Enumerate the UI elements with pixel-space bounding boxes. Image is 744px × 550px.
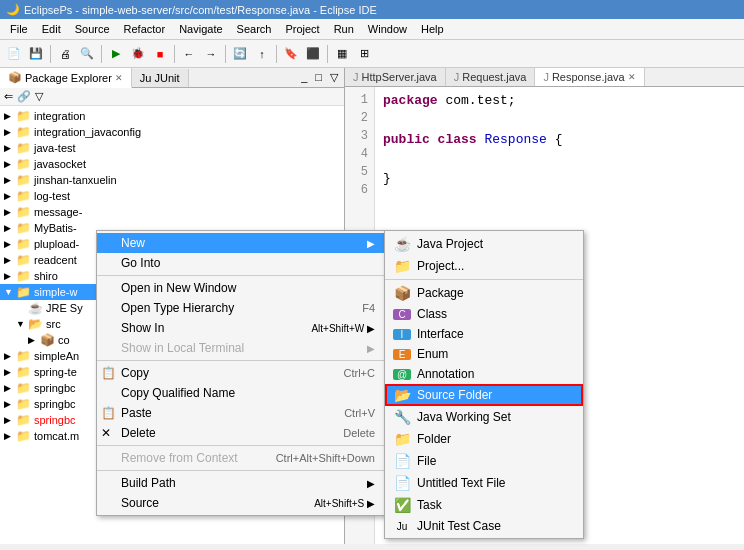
icon-shiro: 📁 bbox=[16, 269, 31, 283]
sub-package[interactable]: 📦 Package bbox=[385, 282, 583, 304]
menu-navigate[interactable]: Navigate bbox=[173, 21, 228, 37]
sub-source-folder[interactable]: 📂 Source Folder bbox=[385, 384, 583, 406]
back-btn[interactable]: ← bbox=[179, 44, 199, 64]
sub-task[interactable]: ✅ Task bbox=[385, 494, 583, 516]
new-btn[interactable]: 📄 bbox=[4, 44, 24, 64]
ctx-remove-context[interactable]: Remove from Context Ctrl+Alt+Shift+Down bbox=[97, 448, 385, 468]
ctx-paste[interactable]: 📋 Paste Ctrl+V bbox=[97, 403, 385, 423]
debug-btn[interactable]: 🐞 bbox=[128, 44, 148, 64]
icon-san: 📁 bbox=[16, 349, 31, 363]
tree-log-test[interactable]: ▶ 📁 log-test bbox=[0, 188, 344, 204]
code-line-1: package com.test; bbox=[383, 91, 562, 111]
sub-enum[interactable]: E Enum bbox=[385, 344, 583, 364]
link-editor-btn[interactable]: 🔗 bbox=[17, 90, 31, 103]
menu-run[interactable]: Run bbox=[328, 21, 360, 37]
sub-java-working-set[interactable]: 🔧 Java Working Set bbox=[385, 406, 583, 428]
ctx-copy[interactable]: 📋 Copy Ctrl+C bbox=[97, 363, 385, 383]
tab-response[interactable]: J Response.java ✕ bbox=[535, 68, 644, 86]
line-num-2: 2 bbox=[351, 109, 368, 127]
tab-package-explorer[interactable]: 📦 Package Explorer ✕ bbox=[0, 68, 132, 88]
menu-refactor[interactable]: Refactor bbox=[118, 21, 172, 37]
label-lt: log-test bbox=[34, 190, 70, 202]
collapse-all-btn[interactable]: ⇐ bbox=[4, 90, 13, 103]
sub-file[interactable]: 📄 File bbox=[385, 450, 583, 472]
tree-jinshan[interactable]: ▶ 📁 jinshan-tanxuelin bbox=[0, 172, 344, 188]
icon-sb2: 📁 bbox=[16, 397, 31, 411]
tab-httpserver[interactable]: J HttpServer.java bbox=[345, 68, 446, 86]
print-btn[interactable]: 🖨 bbox=[55, 44, 75, 64]
toolbar-sep-6 bbox=[327, 45, 328, 63]
search-btn[interactable]: 🔍 bbox=[77, 44, 97, 64]
tree-integration[interactable]: ▶ 📁 integration bbox=[0, 108, 344, 124]
view-menu-left[interactable]: ▽ bbox=[327, 70, 341, 85]
run-btn[interactable]: ▶ bbox=[106, 44, 126, 64]
sub-folder[interactable]: 📁 Folder bbox=[385, 428, 583, 450]
maximize-left[interactable]: □ bbox=[312, 70, 325, 85]
sub-class[interactable]: C Class bbox=[385, 304, 583, 324]
code-line-4 bbox=[383, 150, 562, 170]
menu-source[interactable]: Source bbox=[69, 21, 116, 37]
ctx-open-type-hierarchy[interactable]: Open Type Hierarchy F4 bbox=[97, 298, 385, 318]
ctx-show-local-terminal[interactable]: Show in Local Terminal ▶ bbox=[97, 338, 385, 358]
ctx-new[interactable]: New ▶ bbox=[97, 233, 385, 253]
tab-request[interactable]: J Request.java bbox=[446, 68, 536, 86]
ctx-show-in[interactable]: Show In Alt+Shift+W ▶ bbox=[97, 318, 385, 338]
menu-search[interactable]: Search bbox=[231, 21, 278, 37]
sub-java-project[interactable]: ☕ Java Project bbox=[385, 233, 583, 255]
close-package-explorer[interactable]: ✕ bbox=[115, 73, 123, 83]
up-btn[interactable]: ↑ bbox=[252, 44, 272, 64]
menu-edit[interactable]: Edit bbox=[36, 21, 67, 37]
arrow-plu: ▶ bbox=[4, 239, 16, 249]
sub-annotation-label: Annotation bbox=[417, 367, 474, 381]
layout-btn[interactable]: ▦ bbox=[332, 44, 352, 64]
title-text: EclipsePs - simple-web-server/src/com/te… bbox=[24, 4, 377, 16]
sub-untitled-text[interactable]: 📄 Untitled Text File bbox=[385, 472, 583, 494]
menu-help[interactable]: Help bbox=[415, 21, 450, 37]
tree-message[interactable]: ▶ 📁 message- bbox=[0, 204, 344, 220]
perspective-btn[interactable]: ⊞ bbox=[354, 44, 374, 64]
icon-plu: 📁 bbox=[16, 237, 31, 251]
ctx-source[interactable]: Source Alt+Shift+S ▶ bbox=[97, 493, 385, 513]
ctx-sep-1 bbox=[97, 275, 385, 276]
forward-btn[interactable]: → bbox=[201, 44, 221, 64]
ctx-build-path[interactable]: Build Path ▶ bbox=[97, 473, 385, 493]
tree-integration-javaconfig[interactable]: ▶ 📁 integration_javaconfig bbox=[0, 124, 344, 140]
line-num-6: 6 bbox=[351, 181, 368, 199]
sub-interface[interactable]: I Interface bbox=[385, 324, 583, 344]
ctx-delete[interactable]: ✕ Delete Delete bbox=[97, 423, 385, 443]
tree-view-menu-btn[interactable]: ▽ bbox=[35, 90, 43, 103]
arrow-lt: ▶ bbox=[4, 191, 16, 201]
label-shiro: shiro bbox=[34, 270, 58, 282]
refresh-btn[interactable]: 🔄 bbox=[230, 44, 250, 64]
menu-window[interactable]: Window bbox=[362, 21, 413, 37]
menu-file[interactable]: File bbox=[4, 21, 34, 37]
tree-javasocket[interactable]: ▶ 📁 javasocket bbox=[0, 156, 344, 172]
minimize-left[interactable]: _ bbox=[298, 70, 310, 85]
bookmark-btn[interactable]: 🔖 bbox=[281, 44, 301, 64]
line-num-4: 4 bbox=[351, 145, 368, 163]
arrow-integration: ▶ bbox=[4, 111, 16, 121]
tree-java-test[interactable]: ▶ 📁 java-test bbox=[0, 140, 344, 156]
sub-annotation[interactable]: @ Annotation bbox=[385, 364, 583, 384]
arrow-tc: ▶ bbox=[4, 431, 16, 441]
ctx-open-new-window[interactable]: Open in New Window bbox=[97, 278, 385, 298]
menu-project[interactable]: Project bbox=[279, 21, 325, 37]
sub-project[interactable]: 📁 Project... bbox=[385, 255, 583, 277]
ctx-copy-qualified[interactable]: Copy Qualified Name bbox=[97, 383, 385, 403]
eclipse-icon: 🌙 bbox=[6, 3, 20, 16]
ctx-go-into[interactable]: Go Into bbox=[97, 253, 385, 273]
ctx-copy-label: Copy bbox=[121, 366, 149, 380]
save-btn[interactable]: 💾 bbox=[26, 44, 46, 64]
stop-btn[interactable]: ■ bbox=[150, 44, 170, 64]
sub-junit-test[interactable]: Ju JUnit Test Case bbox=[385, 516, 583, 536]
close-response-tab[interactable]: ✕ bbox=[628, 72, 636, 82]
label-integration: integration bbox=[34, 110, 85, 122]
terminal-btn[interactable]: ⬛ bbox=[303, 44, 323, 64]
arrow-sw: ▼ bbox=[4, 287, 16, 297]
tab-junit[interactable]: Ju JUnit bbox=[132, 69, 189, 87]
editor-tabs: J HttpServer.java J Request.java J Respo… bbox=[345, 68, 744, 87]
ctx-copy-shortcut: Ctrl+C bbox=[324, 367, 375, 379]
ctx-delete-shortcut: Delete bbox=[323, 427, 375, 439]
ctx-remove-shortcut: Ctrl+Alt+Shift+Down bbox=[256, 452, 375, 464]
arrow-san: ▶ bbox=[4, 351, 16, 361]
